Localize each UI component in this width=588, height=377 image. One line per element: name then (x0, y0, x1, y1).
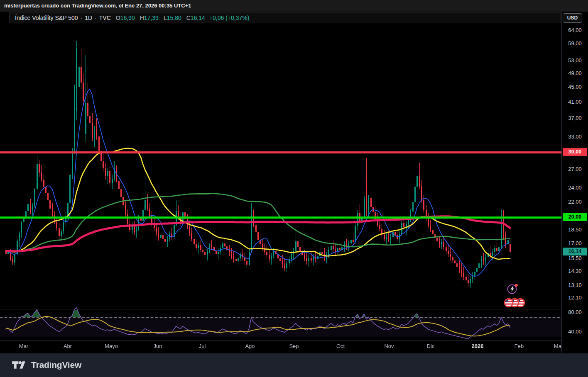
tradingview-logo-icon (12, 359, 26, 371)
time-tick: Jul (199, 343, 206, 349)
price-tick: 33,00 (562, 134, 588, 140)
attribution-bar: misterpuertas creado con TradingView.com… (0, 0, 588, 12)
brand-wordmark: TradingView (31, 360, 81, 370)
symbol-title: Índice Volatility S&P 500 (15, 15, 78, 21)
axis-separator (0, 340, 561, 341)
time-tick: Jun (154, 343, 162, 349)
high-value: 17,39 (144, 15, 159, 21)
low-label: L (164, 15, 167, 21)
price-tick: 15,50 (562, 255, 588, 262)
time-tick: Sep (289, 343, 299, 349)
alerts-lightning-icon[interactable] (507, 283, 519, 295)
price-tick: 18,50 (562, 226, 588, 233)
indicator-tick: 80,00 (562, 309, 588, 316)
price-tick: 27,00 (562, 166, 588, 173)
tradingview-chart-snapshot: misterpuertas creado con TradingView.com… (0, 0, 588, 377)
time-tick: Abr (64, 343, 72, 349)
time-tick: Dic (427, 343, 435, 349)
close-value: 16,14 (191, 15, 205, 21)
time-tick: Mayo (105, 343, 118, 349)
time-axis[interactable]: MarAbrMayoJunJulAgoSepOctNovDic2026FebMa… (0, 340, 561, 353)
change-value: +0,06 (+0,37%) (209, 15, 250, 21)
price-chart-canvas[interactable] (0, 0, 561, 353)
time-tick: Mar (554, 343, 561, 349)
low-value: 15,80 (167, 15, 181, 21)
time-tick: Mar (19, 343, 28, 349)
legend-separator: · (92, 15, 99, 21)
price-tick: 49,00 (562, 70, 588, 77)
price-line-label: 20,00 (563, 213, 587, 221)
price-tick: 37,00 (562, 115, 588, 122)
tradingview-logo[interactable]: TradingView (12, 359, 81, 371)
price-tick: 17,00 (562, 240, 588, 247)
currency-button[interactable]: USD (563, 13, 582, 23)
price-axis[interactable]: 64,0059,0053,0049,0045,0041,0037,0033,00… (561, 12, 588, 353)
time-tick: Oct (336, 343, 345, 349)
interval-value: 1D (85, 15, 92, 21)
time-tick: 2026 (472, 343, 484, 349)
last-price-label: 16,14 (563, 248, 587, 255)
time-tick: Feb (514, 343, 524, 349)
price-tick: 53,00 (562, 57, 588, 64)
time-tick: Ago (245, 343, 255, 349)
high-label: H (140, 15, 144, 21)
price-tick: 12,10 (562, 294, 588, 301)
price-tick: 64,00 (562, 27, 588, 34)
open-value: 16,90 (120, 15, 135, 21)
price-tick: 22,00 (562, 199, 588, 205)
price-tick: 24,00 (562, 185, 588, 191)
price-tick: 14,30 (562, 268, 588, 275)
footer-bar: TradingView (0, 353, 588, 377)
price-line-label: 30,00 (563, 148, 587, 156)
price-tick: 41,00 (562, 99, 588, 105)
time-tick: Nov (384, 343, 394, 349)
open-label: O (116, 15, 120, 21)
symbol-legend[interactable]: Índice Volatility S&P 500·1D·TVCO16,90H1… (15, 12, 249, 23)
price-tick: 13,10 (562, 282, 588, 289)
chart-events-cluster (503, 283, 528, 309)
price-tick: 45,00 (562, 84, 588, 90)
pane-separator[interactable] (0, 309, 561, 309)
price-tick: 59,00 (562, 40, 588, 47)
close-label: C (186, 15, 191, 21)
exchange-value: TVC (99, 15, 111, 21)
legend-separator: · (78, 15, 85, 21)
indicator-tick: 40,00 (562, 328, 588, 335)
attribution-text: misterpuertas creado con TradingView.com… (4, 2, 191, 9)
us-flags-icon[interactable] (503, 296, 526, 309)
